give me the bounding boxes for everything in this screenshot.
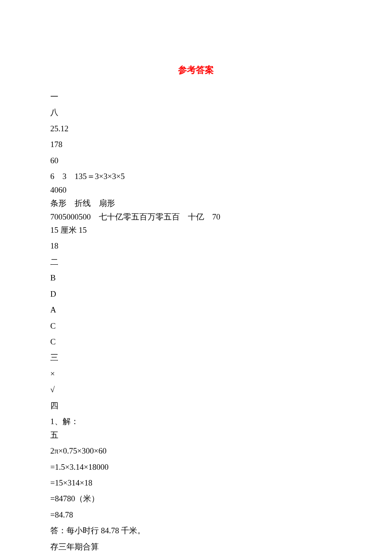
answer-line: 7005000500 七十亿零五百万零五百 十亿 70 — [50, 211, 342, 223]
answer-line: B — [50, 272, 342, 284]
answer-line: 60 — [50, 154, 342, 167]
answer-line: 存三年期合算 — [50, 541, 342, 553]
answer-line: 四 — [50, 399, 342, 412]
answer-line: 15 厘米 15 — [50, 224, 342, 236]
answer-line: =15×314×18 — [50, 477, 342, 489]
answer-line: 三 — [50, 351, 342, 364]
answer-line: 2π×0.75×300×60 — [50, 445, 342, 457]
answer-line: 18 — [50, 240, 342, 252]
answer-line: 25.12 — [50, 122, 342, 135]
answer-line: C — [50, 320, 342, 332]
answer-line: C — [50, 335, 342, 348]
answer-line: =84780（米） — [50, 492, 342, 505]
answer-line: √ — [50, 383, 342, 396]
page-title: 参考答案 — [50, 64, 342, 76]
answer-line: 一 — [50, 90, 342, 103]
answer-line: 二 — [50, 256, 342, 268]
answer-line: 1、解： — [50, 415, 342, 428]
answer-line: 条形 折线 扇形 — [50, 197, 342, 209]
answer-line: 4060 — [50, 184, 342, 196]
answer-line: 五 — [50, 429, 342, 441]
answer-line: 6 3 135＝3×3×3×5 — [50, 170, 342, 182]
answer-line: =1.5×3.14×18000 — [50, 461, 342, 473]
answer-line: 178 — [50, 138, 342, 150]
answer-line: D — [50, 288, 342, 300]
answer-line: 答：每小时行 84.78 千米。 — [50, 524, 342, 537]
answer-line: A — [50, 304, 342, 316]
answer-line: =84.78 — [50, 509, 342, 521]
answer-line: 八 — [50, 106, 342, 119]
answer-line: × — [50, 367, 342, 380]
